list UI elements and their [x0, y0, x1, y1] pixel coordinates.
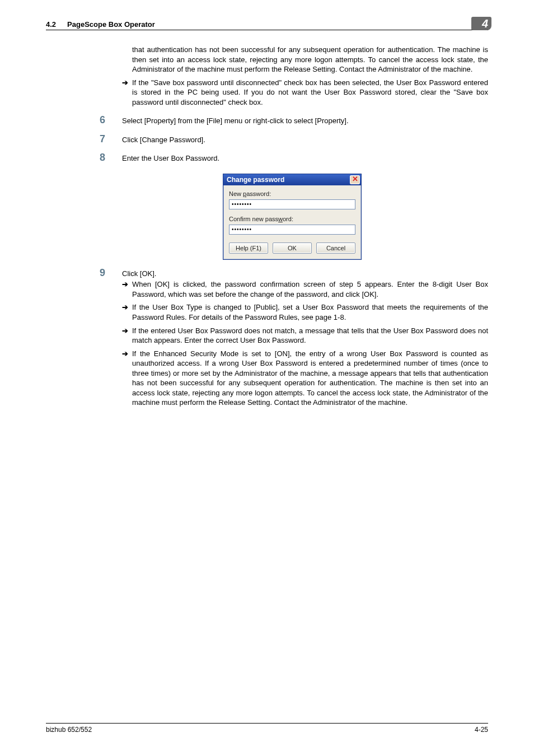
- step-number: 6: [100, 115, 122, 126]
- bullet-text: If the "Save box password until disconne…: [132, 78, 488, 108]
- step9-bullet-0: ➔ When [OK] is clicked, the password con…: [122, 279, 488, 299]
- page-footer: bizhub 652/552 4-25: [46, 723, 488, 734]
- step-number: 8: [100, 152, 122, 164]
- dialog-title-text: Change password: [227, 175, 284, 184]
- page-header: 4.2 PageScope Box Operator 4: [46, 20, 488, 30]
- arrow-icon: ➔: [122, 78, 132, 108]
- continuation-paragraph: that authentication has not been success…: [132, 45, 488, 74]
- step-7: 7 Click [Change Password].: [100, 134, 488, 145]
- help-button[interactable]: Help (F1): [229, 242, 268, 254]
- step-6: 6 Select [Property] from the [File] menu…: [100, 115, 488, 126]
- arrow-icon: ➔: [122, 349, 132, 408]
- step-number: 9: [100, 268, 122, 279]
- step-number: 7: [100, 134, 122, 145]
- label-part: assword:: [246, 190, 271, 197]
- header-left: 4.2 PageScope Box Operator: [46, 20, 155, 29]
- footer-model: bizhub 652/552: [46, 726, 92, 734]
- mnemonic: w: [278, 216, 283, 222]
- bullet-text: If the User Box Type is changed to [Publ…: [132, 302, 488, 322]
- content-area: that authentication has not been success…: [46, 45, 488, 408]
- label-part: ord:: [283, 216, 293, 222]
- step-text: Enter the User Box Password.: [122, 152, 488, 164]
- dialog-button-row: Help (F1) OK Cancel: [229, 242, 355, 254]
- arrow-icon: ➔: [122, 279, 132, 299]
- close-icon[interactable]: ✕: [350, 175, 360, 184]
- arrow-icon: ➔: [122, 302, 132, 322]
- step-8: 8 Enter the User Box Password.: [100, 152, 488, 164]
- section-number: 4.2: [46, 20, 56, 29]
- label-part: Confirm new pass: [229, 216, 278, 222]
- page: 4.2 PageScope Box Operator 4 that authen…: [0, 0, 534, 756]
- bullet-save-box-pw: ➔ If the "Save box password until discon…: [122, 78, 488, 108]
- ok-button[interactable]: OK: [273, 242, 312, 254]
- chapter-badge: 4: [471, 17, 491, 30]
- step-9: 9 Click [OK].: [100, 268, 488, 279]
- step-text: Select [Property] from the [File] menu o…: [122, 115, 488, 126]
- dialog-body: New password: Confirm new password: Help…: [223, 185, 361, 259]
- bullet-text: If the Enhanced Security Mode is set to …: [132, 349, 488, 408]
- confirm-password-input[interactable]: [229, 225, 355, 235]
- new-password-label: New password:: [229, 190, 355, 198]
- new-password-input[interactable]: [229, 199, 355, 209]
- bullet-text: When [OK] is clicked, the password confi…: [132, 279, 488, 299]
- step9-bullet-2: ➔ If the entered User Box Password does …: [122, 326, 488, 346]
- label-part: New: [229, 190, 243, 197]
- footer-page-number: 4-25: [475, 726, 488, 734]
- step9-bullet-3: ➔ If the Enhanced Security Mode is set t…: [122, 349, 488, 408]
- change-password-dialog: Change password ✕ New password: Confirm …: [223, 174, 362, 260]
- section-title: PageScope Box Operator: [67, 20, 155, 29]
- confirm-password-label: Confirm new password:: [229, 215, 355, 223]
- step-text: Click [Change Password].: [122, 134, 488, 145]
- cancel-button[interactable]: Cancel: [316, 242, 355, 254]
- step9-bullet-1: ➔ If the User Box Type is changed to [Pu…: [122, 302, 488, 322]
- bullet-text: If the entered User Box Password does no…: [132, 326, 488, 346]
- step-text: Click [OK].: [122, 268, 488, 279]
- dialog-titlebar: Change password ✕: [223, 174, 361, 185]
- dialog-screenshot: Change password ✕ New password: Confirm …: [223, 174, 488, 260]
- arrow-icon: ➔: [122, 326, 132, 346]
